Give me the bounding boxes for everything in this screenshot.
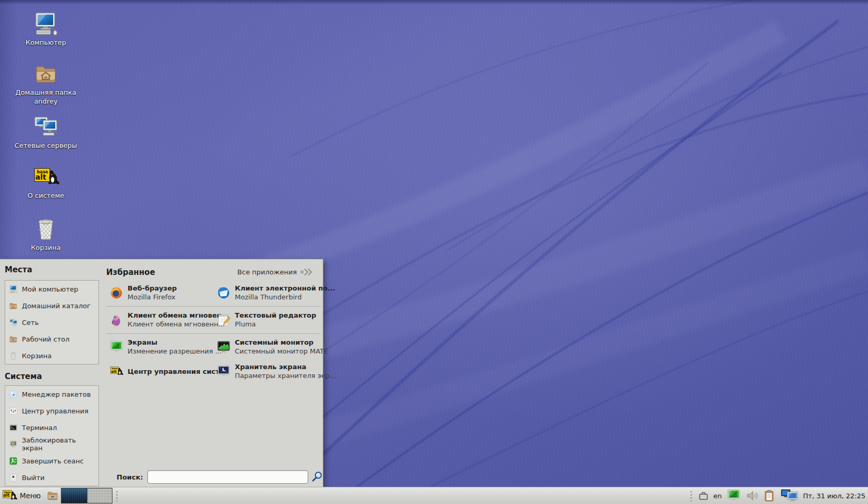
network-icon <box>9 318 18 327</box>
menu-item-label: Завершить сеанс <box>22 457 84 465</box>
basealt-logo-icon <box>32 167 59 190</box>
menu-item-label: Терминал <box>22 424 57 432</box>
app-subtitle: Изменение разрешения ... <box>128 347 213 356</box>
system-box: Менеджер пакетов Центр управления Термин… <box>5 385 99 486</box>
menu-left-column: Места Мой компьютер Домашний каталог Сет… <box>0 259 102 487</box>
package-manager-icon <box>9 390 18 399</box>
panel-left-group: Меню <box>0 487 119 504</box>
all-applications-button[interactable]: Все приложения <box>234 267 317 277</box>
pluma-icon <box>217 313 231 327</box>
menu-item-desktop[interactable]: Рабочий стол <box>5 331 98 347</box>
desktop-folder-icon <box>9 335 18 344</box>
menu-item-my-computer[interactable]: Мой компьютер <box>5 281 98 297</box>
clock[interactable]: Пт, 31 июл, 22:25 <box>803 492 865 500</box>
app-subtitle: Клиент обмена мгновенн... <box>128 320 213 329</box>
basealt-menu-icon <box>2 489 17 502</box>
menu-favorites-column: Избранное Все приложения Веб-браузер Moz… <box>102 259 323 487</box>
app-title: Системный монитор <box>235 338 323 347</box>
desktop-icon-about-system[interactable]: О системе <box>8 165 83 200</box>
all-applications-label: Все приложения <box>237 268 297 276</box>
menu-item-home-directory[interactable]: Домашний каталог <box>5 297 98 314</box>
clipboard-icon <box>763 489 776 502</box>
menu-item-terminal[interactable]: Терминал <box>5 419 98 436</box>
workspace-thumbnail-inactive[interactable] <box>87 488 112 503</box>
menu-item-network[interactable]: Сеть <box>5 314 98 331</box>
desktop-icon-network-servers[interactable]: Сетевые серверы <box>8 115 83 150</box>
display-settings-tray-icon[interactable] <box>726 488 741 503</box>
keyboard-layout-indicator[interactable]: en <box>713 492 722 500</box>
desktop-icon-computer[interactable]: Компьютер <box>8 11 83 47</box>
menu-item-label: Рабочий стол <box>22 335 69 343</box>
app-subtitle: Mozilla Thunderbird <box>235 293 323 301</box>
favorites-grid: Веб-браузер Mozilla Firefox Клиент элект… <box>106 281 323 384</box>
system-monitor-icon <box>217 340 231 354</box>
applet-handle[interactable] <box>689 490 694 501</box>
menu-item-end-session[interactable]: Завершить сеанс <box>5 452 98 469</box>
lock-screen-icon <box>9 440 18 449</box>
menu-button-label: Меню <box>20 492 41 500</box>
favorite-app-displays[interactable]: Экраны Изменение разрешения ... <box>106 335 213 359</box>
places-header: Места <box>5 265 102 274</box>
main-menu-popup: Места Мой компьютер Домашний каталог Сет… <box>0 259 323 487</box>
magnifier-icon <box>311 471 323 483</box>
volume-tray-icon[interactable] <box>746 489 759 502</box>
briefcase-tray-icon[interactable] <box>698 490 709 501</box>
displays-icon <box>109 340 123 354</box>
menu-item-label: Корзина <box>22 352 52 360</box>
desktop-icon-home-folder[interactable]: Домашняя папкаandrey <box>8 61 83 106</box>
clipboard-tray-icon[interactable] <box>763 489 776 502</box>
search-input[interactable] <box>147 470 308 484</box>
computer-icon <box>33 11 58 36</box>
app-title: Экраны <box>128 338 213 347</box>
trash-icon <box>9 351 18 360</box>
network-servers-icon <box>33 115 58 140</box>
favorites-separator <box>106 306 321 307</box>
desktop-icon-label: Домашняя папкаandrey <box>8 88 83 106</box>
menu-item-package-manager[interactable]: Менеджер пакетов <box>5 386 98 402</box>
basealt-logo-icon <box>109 366 123 377</box>
favorite-app-text-editor[interactable]: Текстовый редактор Pluma <box>213 308 323 332</box>
speaker-icon <box>746 489 759 502</box>
desktop-icon-label: Корзина <box>8 243 83 252</box>
display-settings-icon <box>726 488 741 503</box>
menu-item-label: Домашний каталог <box>22 302 91 310</box>
favorite-app-web-browser[interactable]: Веб-браузер Mozilla Firefox <box>106 281 213 305</box>
app-title: Центр управления сист... <box>128 368 213 376</box>
desktop-root: Компьютер Домашняя папкаandrey Сетевые с… <box>0 0 868 504</box>
search-row: Поиск: <box>102 469 323 485</box>
bottom-panel: Меню en <box>0 487 868 504</box>
menu-item-lock-screen[interactable]: Заблокировать экран <box>5 436 98 452</box>
favorite-app-email-client[interactable]: Клиент электронной по... Mozilla Thunder… <box>213 281 323 305</box>
network-tray-icon[interactable] <box>780 488 799 503</box>
places-box: Мой компьютер Домашний каталог Сеть Рабо… <box>5 280 99 364</box>
menu-item-label: Менеджер пакетов <box>22 390 91 398</box>
applet-handle[interactable] <box>115 490 119 501</box>
favorite-app-im-client[interactable]: Клиент обмена мгновен... Клиент обмена м… <box>106 308 213 332</box>
favorite-app-system-monitor[interactable]: Системный монитор Системный монитор MATE <box>213 335 323 359</box>
favorite-app-control-center[interactable]: Центр управления сист... <box>106 359 213 384</box>
desktop-icon-label: Компьютер <box>8 38 83 47</box>
trash-icon <box>33 217 58 242</box>
search-button[interactable] <box>311 471 323 483</box>
menu-item-label: Выйти <box>22 474 45 482</box>
favorites-header-row: Избранное Все приложения <box>102 259 323 277</box>
desktop-folder-button[interactable] <box>45 488 60 503</box>
pidgin-icon <box>109 313 123 327</box>
screensaver-icon <box>217 364 231 379</box>
workspace-thumbnail-active[interactable] <box>61 488 87 503</box>
power-switch-icon <box>9 473 18 482</box>
menu-item-label: Заблокировать экран <box>22 436 98 452</box>
system-header: Система <box>5 372 102 381</box>
menu-item-label: Центр управления <box>22 407 89 415</box>
menu-item-quit[interactable]: Выйти <box>5 469 98 486</box>
menu-item-label: Мой компьютер <box>22 285 78 293</box>
search-label: Поиск: <box>117 473 143 481</box>
desktop-icon-trash[interactable]: Корзина <box>8 217 83 252</box>
logout-icon <box>9 457 18 465</box>
menu-item-control-center[interactable]: Центр управления <box>5 402 98 419</box>
favorite-app-screensaver[interactable]: Хранитель экрана Параметры хранителя экр… <box>213 359 323 384</box>
menu-item-trash[interactable]: Корзина <box>5 347 98 364</box>
briefcase-icon <box>698 490 709 501</box>
menu-item-label: Сеть <box>22 319 39 326</box>
menu-button[interactable]: Меню <box>0 487 44 504</box>
